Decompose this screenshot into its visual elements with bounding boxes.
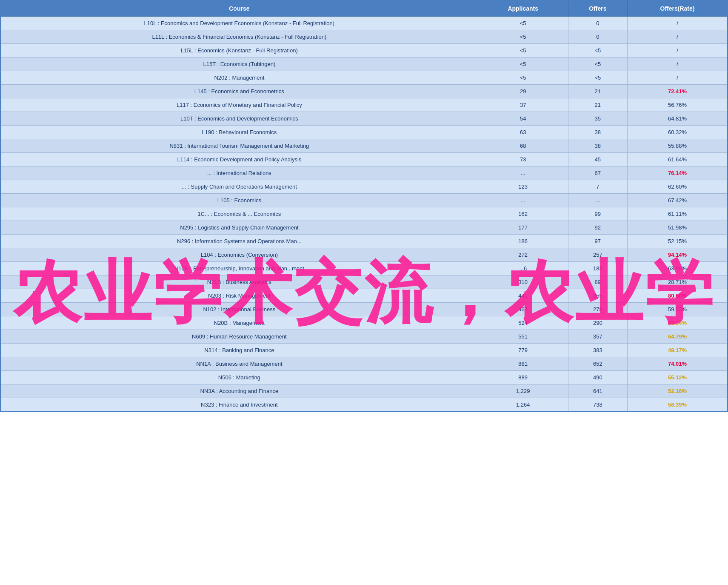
cell-applicants: 889 xyxy=(478,371,568,384)
cell-course: L114 : Economic Development and Policy A… xyxy=(0,153,478,166)
cell-rate: 61.64% xyxy=(628,153,728,166)
cell-course: N21B : Business Analytics xyxy=(0,275,478,289)
table-row: N506 : Marketing88949055.12% xyxy=(0,371,728,384)
cell-rate: 55.88% xyxy=(628,139,728,153)
cell-course: N295 : Logistics and Supply Chain Manage… xyxy=(0,221,478,235)
cell-applicants: <5 xyxy=(478,71,568,85)
cell-rate: 61.11% xyxy=(628,207,728,221)
table-row: L10T : Economics and Development Economi… xyxy=(0,112,728,126)
cell-offers: 0 xyxy=(568,30,627,44)
cell-applicants: 123 xyxy=(478,180,568,194)
cell-course: 1C... : Economics & ... Economics xyxy=(0,207,478,221)
table-row: N831 : International Tourism Management … xyxy=(0,139,728,153)
cell-rate: 63.99% xyxy=(628,262,728,275)
cell-offers: 7 xyxy=(568,180,627,194)
cell-applicants: 551 xyxy=(478,330,568,344)
table-row: N609 : Human Resource Management55135764… xyxy=(0,330,728,344)
cell-offers: 257 xyxy=(568,248,627,262)
cell-rate: 94.14% xyxy=(628,248,728,262)
cell-applicants: 272 xyxy=(478,248,568,262)
cell-rate: / xyxy=(628,30,728,44)
cell-rate: 55.12% xyxy=(628,371,728,384)
header-offers-rate: Offers(Rate) xyxy=(628,0,728,17)
cell-offers: 35 xyxy=(568,112,627,126)
cell-applicants: 54 xyxy=(478,112,568,126)
cell-rate: 67.42% xyxy=(628,194,728,207)
cell-applicants: <5 xyxy=(478,17,568,30)
table-row: L117 : Economics of Monetary and Financi… xyxy=(0,98,728,112)
cell-rate: 74.01% xyxy=(628,357,728,371)
cell-rate: / xyxy=(628,17,728,30)
cell-course: ... : International Relations xyxy=(0,166,478,180)
cell-offers: <5 xyxy=(568,44,627,57)
cell-rate: 62.60% xyxy=(628,180,728,194)
cell-offers: <5 xyxy=(568,71,627,85)
cell-offers: 99 xyxy=(568,207,627,221)
table-row: N20B : Management52429055.34% xyxy=(0,316,728,330)
table-row: N102 : International Business46727859.53… xyxy=(0,303,728,316)
table-row: ... : International Relations...6776.14% xyxy=(0,166,728,180)
cell-rate: / xyxy=(628,71,728,85)
cell-offers: 652 xyxy=(568,357,627,371)
cell-rate: 59.53% xyxy=(628,303,728,316)
table-row: L15L : Economics (Konstanz - Full Regist… xyxy=(0,44,728,57)
cell-offers: 38 xyxy=(568,126,627,139)
cell-offers: 0 xyxy=(568,17,627,30)
table-row: L11L : Economics & Financial Economics (… xyxy=(0,30,728,44)
cell-course: N203 : Risk Management xyxy=(0,289,478,303)
cell-offers: 357 xyxy=(568,330,627,344)
cell-applicants: <5 xyxy=(478,30,568,44)
cell-rate: 58.39% xyxy=(628,398,728,412)
cell-course: L105 : Economics xyxy=(0,194,478,207)
table-row: ... : Supply Chain and Operations Manage… xyxy=(0,180,728,194)
cell-applicants: 779 xyxy=(478,344,568,357)
cell-offers: 383 xyxy=(568,344,627,357)
cell-offers: <5 xyxy=(568,57,627,71)
cell-course: L11L : Economics & Financial Economics (… xyxy=(0,30,478,44)
cell-course: N609 : Human Resource Management xyxy=(0,330,478,344)
main-container: 农业学术交流，农业学 Course Applicants Offers Offe… xyxy=(0,0,728,585)
cell-course: L104 : Economics (Conversion) xyxy=(0,248,478,262)
cell-rate: 51.98% xyxy=(628,221,728,235)
cell-offers: 290 xyxy=(568,316,627,330)
cell-applicants: 1,229 xyxy=(478,384,568,398)
table-row: L15T : Economics (Tubingen)<5<5/ xyxy=(0,57,728,71)
table-row: L10L : Economics and Development Economi… xyxy=(0,17,728,30)
cell-rate: 55.34% xyxy=(628,316,728,330)
cell-applicants: 186 xyxy=(478,235,568,248)
cell-course: N20B : Management xyxy=(0,316,478,330)
cell-rate: 49.17% xyxy=(628,344,728,357)
cell-offers: 92 xyxy=(568,221,627,235)
data-table: Course Applicants Offers Offers(Rate) L1… xyxy=(0,0,728,412)
table-body: L10L : Economics and Development Economi… xyxy=(0,17,728,412)
cell-course: L117 : Economics of Monetary and Financi… xyxy=(0,98,478,112)
cell-applicants: 63 xyxy=(478,126,568,139)
cell-offers: 38 xyxy=(568,139,627,153)
cell-offers: 21 xyxy=(568,85,627,98)
table-row: N296 : Information Systems and Operation… xyxy=(0,235,728,248)
cell-offers: 355 xyxy=(568,289,627,303)
table-row: NN3A : Accounting and Finance1,22964152.… xyxy=(0,384,728,398)
cell-offers: 97 xyxy=(568,235,627,248)
cell-course: L15T : Economics (Tubingen) xyxy=(0,57,478,71)
cell-offers: 183 xyxy=(568,262,627,275)
cell-rate: 56.76% xyxy=(628,98,728,112)
cell-rate: 76.14% xyxy=(628,166,728,180)
table-header-row: Course Applicants Offers Offers(Rate) xyxy=(0,0,728,17)
cell-offers: 21 xyxy=(568,98,627,112)
cell-course: NN1A : Business and Management xyxy=(0,357,478,371)
cell-course: L10L : Economics and Development Economi… xyxy=(0,17,478,30)
table-row: NN1A : Business and Management88165274.0… xyxy=(0,357,728,371)
cell-course: N831 : International Tourism Management … xyxy=(0,139,478,153)
cell-applicants: ... xyxy=(478,194,568,207)
cell-course: NN3A : Accounting and Finance xyxy=(0,384,478,398)
header-applicants: Applicants xyxy=(478,0,568,17)
cell-rate: 52.15% xyxy=(628,235,728,248)
cell-course: N506 : Marketing xyxy=(0,371,478,384)
cell-applicants: 1,264 xyxy=(478,398,568,412)
header-course: Course xyxy=(0,0,478,17)
cell-offers: ... xyxy=(568,194,627,207)
cell-rate: 72.41% xyxy=(628,85,728,98)
cell-rate: 28.71% xyxy=(628,275,728,289)
cell-course: L10T : Economics and Development Economi… xyxy=(0,112,478,126)
